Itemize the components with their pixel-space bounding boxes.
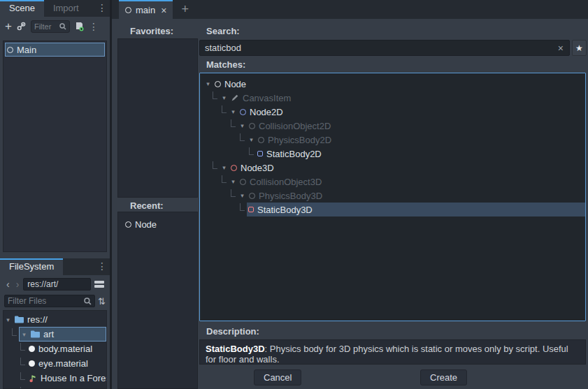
tree-branch-line <box>213 161 217 169</box>
tree-item-label: PhysicsBody2D <box>268 135 331 145</box>
matches-panel: ▾Node▾CanvasItem▾Node2D▾CollisionObject2… <box>199 73 586 321</box>
chevron-down-icon[interactable]: ▾ <box>248 136 254 143</box>
tree-item-label: eye.material <box>38 358 88 369</box>
tree-item-node[interactable]: Node <box>118 217 197 231</box>
chevron-down-icon[interactable]: ▾ <box>230 108 236 115</box>
chevron-down-icon[interactable]: ▾ <box>21 331 27 338</box>
scene-toolbar-menu-icon[interactable]: ⋮ <box>89 21 99 32</box>
tree-branch-line <box>231 189 236 197</box>
tree-item-canvasitem[interactable]: ▾CanvasItem <box>200 91 585 105</box>
tree-item-label: res:// <box>27 314 48 325</box>
chevron-down-icon[interactable]: ▾ <box>239 122 245 129</box>
create-button[interactable]: Create <box>420 369 467 386</box>
tree-item-staticbody2d[interactable]: StaticBody2D <box>200 147 585 161</box>
chevron-down-icon[interactable]: ▾ <box>5 316 11 323</box>
tree-branch-line <box>222 105 227 113</box>
nav-forward-icon[interactable]: › <box>14 279 22 290</box>
scene-tree: Main <box>3 41 106 58</box>
sort-files-icon[interactable]: ⇅ <box>98 296 106 307</box>
new-scene-tab-icon[interactable]: + <box>181 2 189 19</box>
path-field[interactable] <box>23 278 91 291</box>
tree-item-label: StaticBody3D <box>257 205 313 215</box>
chevron-down-icon[interactable]: ▾ <box>230 178 236 185</box>
scene-tab-bar: main × + <box>112 0 588 19</box>
tree-item-label: Node <box>224 79 246 89</box>
scene-filter-box[interactable] <box>31 20 70 33</box>
scene-dock-tab-bar: Scene Import ⋮ <box>0 0 110 17</box>
path-input[interactable] <box>24 279 90 290</box>
tree-item-label: House In a Forest Lo <box>41 373 107 383</box>
search-icon <box>84 298 92 305</box>
attach-script-icon[interactable] <box>75 22 84 31</box>
chevron-down-icon[interactable]: ▾ <box>205 80 211 87</box>
tree-item-eye-material[interactable]: eye.material <box>3 356 106 371</box>
tree-item-staticbody3d[interactable]: StaticBody3D <box>200 203 585 216</box>
tree-item-collisionobject2d[interactable]: ▾CollisionObject2D <box>200 119 585 133</box>
tree-item-collisionobject3d[interactable]: ▾CollisionObject3D <box>200 175 585 189</box>
tree-item-node[interactable]: ▾Node <box>200 77 585 91</box>
tree-branch-line <box>20 343 25 351</box>
recent-list: Node <box>118 212 197 231</box>
toggle-split-mode-icon[interactable] <box>93 279 106 289</box>
tree-item-label: Node3D <box>241 163 274 173</box>
tree-item-node2d[interactable]: ▾Node2D <box>200 105 585 119</box>
tree-item-label: Main <box>17 45 36 55</box>
scene-dock-menu-icon[interactable]: ⋮ <box>97 2 107 13</box>
matches-label: Matches: <box>206 59 245 70</box>
material-sphere-icon <box>29 346 35 352</box>
search-input[interactable] <box>200 43 552 53</box>
tree-item-label: CanvasItem <box>243 93 291 103</box>
scene-tab-label: main <box>136 5 155 15</box>
tree-item-art[interactable]: ▾art <box>3 327 106 342</box>
search-field[interactable]: × <box>199 40 570 56</box>
tree-item-label: body.material <box>38 344 92 354</box>
tree-item-physicsbody2d[interactable]: ▾PhysicsBody2D <box>200 133 585 147</box>
tree-branch-line <box>240 133 245 141</box>
filter-files-input[interactable] <box>8 296 84 306</box>
tree-branch-line <box>213 91 217 99</box>
scene-dock: Scene Import ⋮ + ⋮ Main <box>0 0 110 255</box>
cancel-button[interactable]: Cancel <box>254 369 301 386</box>
tree-item-body-material[interactable]: body.material <box>3 342 106 356</box>
material-sphere-icon <box>29 360 35 367</box>
tree-item-physicsbody3d[interactable]: ▾PhysicsBody3D <box>200 189 585 203</box>
canvas-item-pencil-icon <box>231 94 239 102</box>
node-circle-icon <box>231 165 237 171</box>
tree-item-house-in-a-forest-lo[interactable]: House In a Forest Lo <box>3 371 106 386</box>
chevron-down-icon[interactable]: ▾ <box>239 192 245 199</box>
filesystem-menu-icon[interactable]: ⋮ <box>97 260 107 272</box>
audio-note-icon <box>29 374 37 383</box>
tree-item-label: CollisionObject3D <box>250 177 322 187</box>
tree-branch-line <box>20 358 25 365</box>
node-circle-icon <box>240 109 246 115</box>
tree-branch-line <box>20 387 25 389</box>
favorites-panel[interactable] <box>117 38 198 198</box>
filter-files-box[interactable] <box>4 295 95 307</box>
add-node-icon[interactable]: + <box>5 20 12 32</box>
filesystem-filter-bar: ⇅ <box>0 293 110 309</box>
favorite-star-button[interactable]: ★ <box>572 40 587 56</box>
tab-filesystem[interactable]: FileSystem <box>0 258 63 275</box>
tree-item-node3d[interactable]: ▾Node3D <box>200 161 585 175</box>
tree-branch-line <box>231 119 236 127</box>
chevron-down-icon[interactable]: ▾ <box>221 94 227 101</box>
instance-scene-link-icon[interactable] <box>17 22 26 31</box>
nav-back-icon[interactable]: ‹ <box>4 279 12 290</box>
folder-icon <box>31 330 40 338</box>
node-circle-icon <box>7 47 13 53</box>
close-icon[interactable]: × <box>161 5 166 16</box>
clear-search-icon[interactable]: × <box>552 43 569 54</box>
tree-item-main[interactable]: Main <box>5 43 105 57</box>
tab-import[interactable]: Import <box>44 0 88 17</box>
tree-item-res[interactable]: ▾res:// <box>3 312 106 327</box>
scene-tab-main[interactable]: main × <box>119 0 173 19</box>
tree-item-mob-glb[interactable]: mob.glb <box>3 386 106 389</box>
chevron-down-icon[interactable]: ▾ <box>221 164 227 171</box>
tab-scene[interactable]: Scene <box>0 0 44 17</box>
filesystem-nav-bar: ‹ › <box>0 275 110 293</box>
folder-icon <box>15 316 24 323</box>
tree-item-label: Node2D <box>250 107 283 117</box>
description-label: Description: <box>206 326 259 337</box>
scene-filter-input[interactable] <box>34 22 58 31</box>
scene-tree-panel: Main <box>3 41 107 252</box>
